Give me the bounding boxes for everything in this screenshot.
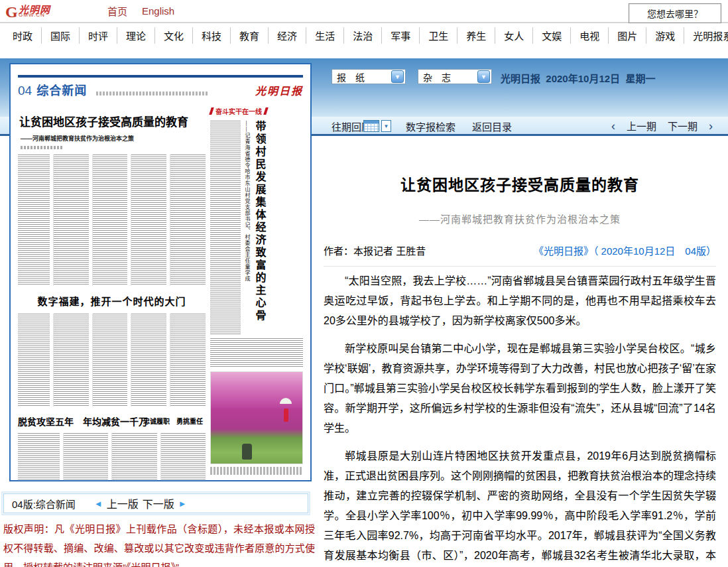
newspaper-select-value: 报 纸 bbox=[337, 70, 365, 84]
gmw-logo[interactable]: G 光明网 GMW.CN bbox=[5, 2, 93, 21]
nav-item-culture[interactable]: 文化 bbox=[154, 27, 192, 44]
newspaper-text-column bbox=[170, 155, 206, 286]
newspaper-text-column bbox=[92, 155, 128, 286]
calendar-dropdown-icon[interactable]: ▼ bbox=[381, 120, 391, 132]
back-to-contents-link[interactable]: 返回目录 bbox=[472, 119, 512, 133]
nav-item-military[interactable]: 军事 bbox=[381, 27, 419, 44]
article-subtitle: ——河南郸城把教育扶贫作为治根治本之策 bbox=[324, 212, 716, 225]
nav-item-health[interactable]: 卫生 bbox=[419, 27, 457, 44]
nav-item-wellness[interactable]: 养生 bbox=[457, 27, 495, 44]
nav-item-photos[interactable]: 图片 bbox=[608, 27, 646, 44]
newspaper-text-column bbox=[170, 314, 206, 407]
nav-item-education[interactable]: 教育 bbox=[230, 27, 268, 44]
newspaper-lead-subhead: ——河南郸城把教育扶贫作为治根治本之策 bbox=[21, 134, 206, 143]
article-area: 让贫困地区孩子接受高质量的教育 ——河南郸城把教育扶贫作为治根治本之策 作者：本… bbox=[324, 136, 716, 567]
article-paragraph: 郸城县原是大别山连片特困地区扶贫开发重点县，2019年6月达到脱贫摘帽标准，正式… bbox=[324, 446, 716, 567]
newspaper-column-tag-label: 奋斗实干在一线 bbox=[215, 106, 262, 116]
next-page-arrow-icon[interactable]: ► bbox=[178, 499, 187, 509]
newspaper-text-column bbox=[18, 155, 50, 286]
newspaper-bottom-headlines: 脱贫攻坚五年 年均减贫一千万 忠诚履职 勇挑重任 bbox=[18, 414, 206, 428]
newspaper-text-column bbox=[210, 338, 303, 367]
nav-item-life[interactable]: 生活 bbox=[306, 27, 343, 44]
nav-item-women[interactable]: 女人 bbox=[495, 27, 532, 44]
magazine-select[interactable]: 杂 志 ▼ bbox=[418, 69, 492, 84]
gmw-logo-subtitle: GMW.CN bbox=[19, 12, 45, 18]
nav-item-technology[interactable]: 科技 bbox=[192, 27, 230, 44]
dropdown-arrow-icon[interactable]: ▼ bbox=[391, 70, 404, 83]
magazine-select-value: 杂 志 bbox=[423, 70, 451, 84]
newspaper-vertical-article: ——记青海省德令哈市东山村党支部书记、村委会主任童学成 带领村民发展集体经济致富… bbox=[210, 121, 303, 334]
main-nav: 时政 国际 时评 理论 文化 科技 教育 经济 生活 法治 军事 卫生 养生 女… bbox=[0, 23, 728, 47]
newspaper-text-column bbox=[131, 155, 166, 286]
newspaper-header: 04 综合新闻 光明日报 bbox=[18, 81, 303, 98]
newspaper-text-column bbox=[92, 314, 128, 407]
red-bar-icon bbox=[263, 107, 269, 115]
person-in-red-shape bbox=[284, 409, 288, 422]
article-paragraph: 新学校原叫吴台镇第二中心小学，现在是郸城县第三实验小学吴台校区。“城乡学校‘联姻… bbox=[324, 339, 716, 438]
english-link[interactable]: English bbox=[142, 5, 174, 17]
newspaper-right-strip: 奋斗实干在一线 ——记青海省德令哈市东山村党支部书记、村委会主任童学成 带领村民… bbox=[210, 102, 303, 481]
where-to-go-selector[interactable]: 您想去哪里？ bbox=[629, 3, 721, 23]
newspaper-masthead: 光明日报 bbox=[255, 82, 303, 98]
dropdown-arrow-icon[interactable]: ▼ bbox=[477, 70, 490, 83]
article-title: 让贫困地区孩子接受高质量的教育 bbox=[324, 172, 716, 195]
newspaper-small-headline: 忠诚履职 勇挑重任 bbox=[143, 416, 203, 426]
nav-item-commentary[interactable]: 时评 bbox=[79, 27, 117, 44]
newspaper-photo-caption bbox=[210, 467, 303, 475]
prev-issue-arrow-icon[interactable]: ‹ bbox=[611, 120, 615, 132]
next-issue-link[interactable]: 下一期 bbox=[668, 119, 698, 133]
nav-item-games[interactable]: 游戏 bbox=[646, 27, 684, 44]
copyright-notice: 版权声明：凡《光明日报》上刊载作品（含标题），未经本报或本网授权不得转载、摘编、… bbox=[3, 519, 315, 567]
newspaper-text-column bbox=[131, 314, 166, 407]
next-issue-arrow-icon[interactable]: › bbox=[709, 120, 713, 132]
nav-item-politics[interactable]: 时政 bbox=[4, 27, 41, 44]
newspaper-top-rule bbox=[18, 75, 303, 78]
nav-item-tv[interactable]: 电视 bbox=[570, 27, 608, 44]
calendar-icon[interactable] bbox=[363, 120, 379, 132]
newspaper-mid-headline: 数字福建，推开一个时代的大门 bbox=[18, 294, 206, 308]
nav-item-entertainment[interactable]: 文娱 bbox=[532, 27, 570, 44]
newspaper-text-column bbox=[18, 314, 50, 407]
gmw-digital-paper-page: G 光明网 GMW.CN 首页 English 您想去哪里？ 时政 国际 时评 … bbox=[0, 0, 728, 567]
article-source: 《光明日报》（ 2020年10月12日 04版） bbox=[534, 243, 716, 257]
newspaper-left-area: 让贫困地区孩子接受高质量的教育 ——河南郸城把教育扶贫作为治根治本之策 数字福建… bbox=[18, 102, 206, 481]
newspaper-text-block bbox=[18, 155, 206, 286]
newspaper-text-column bbox=[160, 433, 206, 481]
newspaper-select[interactable]: 报 纸 ▼ bbox=[332, 69, 406, 84]
nav-item-economy[interactable]: 经济 bbox=[268, 27, 306, 44]
newspaper-text-column bbox=[111, 433, 157, 481]
newspaper-text-column bbox=[210, 121, 241, 334]
nav-item-international[interactable]: 国际 bbox=[41, 27, 79, 44]
digital-search-link[interactable]: 数字报检索 bbox=[406, 119, 455, 133]
red-bar-icon bbox=[209, 107, 214, 115]
gmw-logo-g-icon: G bbox=[5, 3, 18, 21]
newspaper-lead-headline: 让贫困地区孩子接受高质量的教育 bbox=[19, 113, 206, 129]
prev-issue-link[interactable]: 上一期 bbox=[627, 119, 656, 133]
umbrella-shape bbox=[280, 398, 292, 404]
newspaper-text-column bbox=[63, 433, 109, 481]
nav-item-gmw-media[interactable]: 光明报系 bbox=[684, 27, 728, 44]
newspaper-vertical-headline: 带领村民发展集体经济致富的主心骨 bbox=[253, 121, 265, 332]
top-bar: G 光明网 GMW.CN 首页 English 您想去哪里？ bbox=[0, 0, 728, 23]
article-author: 作者：本报记者 王胜昔 bbox=[324, 243, 426, 257]
newspaper-text-column bbox=[18, 433, 60, 481]
issue-pager: ‹ 上一期 下一期 › bbox=[611, 119, 713, 133]
newspaper-column-tag: 奋斗实干在一线 bbox=[210, 106, 303, 116]
newspaper-page-thumbnail[interactable]: 04 综合新闻 光明日报 让贫困地区孩子接受高质量的教育 ——河南郸城把教育扶贫… bbox=[9, 63, 312, 481]
article-paragraph: “太阳当空照，我去上学校……”河南省郸城县吴台镇晋菜园行政村五年级学生晋奥运吃过… bbox=[324, 271, 716, 331]
newspaper-text-block bbox=[18, 433, 206, 481]
nav-item-law[interactable]: 法治 bbox=[343, 27, 381, 44]
issue-date-line: 光明日报 2020年10月12日 星期一 bbox=[501, 71, 655, 85]
newspaper-lead-byline bbox=[21, 146, 63, 149]
next-page-link[interactable]: 下一版 bbox=[143, 495, 174, 511]
newspaper-photo-flower-field bbox=[210, 371, 303, 464]
prev-page-arrow-icon[interactable]: ◄ bbox=[94, 499, 103, 509]
nav-item-theory[interactable]: 理论 bbox=[117, 27, 154, 44]
page-nav-label: 04版:综合新闻 bbox=[12, 497, 76, 511]
prev-page-link[interactable]: 上一版 bbox=[107, 495, 139, 511]
newspaper-bottom-headline: 脱贫攻坚五年 年均减贫一千万 bbox=[18, 414, 138, 428]
newspaper-vertical-subhead: ——记青海省德令哈市东山村党支部书记、村委会主任童学成 bbox=[243, 121, 251, 320]
photographer-shape bbox=[242, 444, 252, 460]
newspaper-text-block bbox=[18, 314, 206, 407]
home-link[interactable]: 首页 bbox=[107, 4, 127, 18]
